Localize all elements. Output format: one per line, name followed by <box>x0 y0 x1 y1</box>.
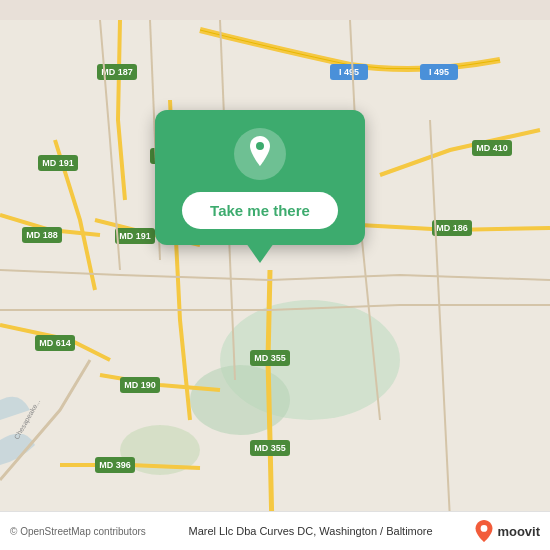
svg-text:MD 355: MD 355 <box>254 353 286 363</box>
svg-point-33 <box>256 142 264 150</box>
svg-text:MD 410: MD 410 <box>476 143 508 153</box>
moovit-logo: moovit <box>475 520 540 542</box>
svg-point-34 <box>481 525 488 532</box>
popup-card: Take me there <box>155 110 365 245</box>
moovit-brand-text: moovit <box>497 524 540 539</box>
svg-text:MD 186: MD 186 <box>436 223 468 233</box>
svg-text:I 495: I 495 <box>339 67 359 77</box>
svg-text:MD 188: MD 188 <box>26 230 58 240</box>
svg-point-2 <box>190 365 290 435</box>
take-me-there-button[interactable]: Take me there <box>182 192 338 229</box>
map-container: I 495 I 495 MD 187 MD 410 MD 186 MD 191 … <box>0 0 550 550</box>
moovit-pin-icon <box>475 520 493 542</box>
place-name: Marel Llc Dba Curves DC, Washington / Ba… <box>146 525 476 537</box>
location-icon-wrapper <box>234 128 286 180</box>
svg-text:MD 614: MD 614 <box>39 338 71 348</box>
bottom-bar: © OpenStreetMap contributors Marel Llc D… <box>0 511 550 550</box>
svg-text:MD 191: MD 191 <box>119 231 151 241</box>
svg-text:MD 355: MD 355 <box>254 443 286 453</box>
svg-text:MD 190: MD 190 <box>124 380 156 390</box>
svg-text:I 495: I 495 <box>429 67 449 77</box>
location-pin-icon <box>245 136 275 172</box>
svg-text:MD 187: MD 187 <box>101 67 133 77</box>
attribution-text: © OpenStreetMap contributors <box>10 526 146 537</box>
svg-text:MD 191: MD 191 <box>42 158 74 168</box>
map-background: I 495 I 495 MD 187 MD 410 MD 186 MD 191 … <box>0 0 550 550</box>
svg-text:MD 396: MD 396 <box>99 460 131 470</box>
